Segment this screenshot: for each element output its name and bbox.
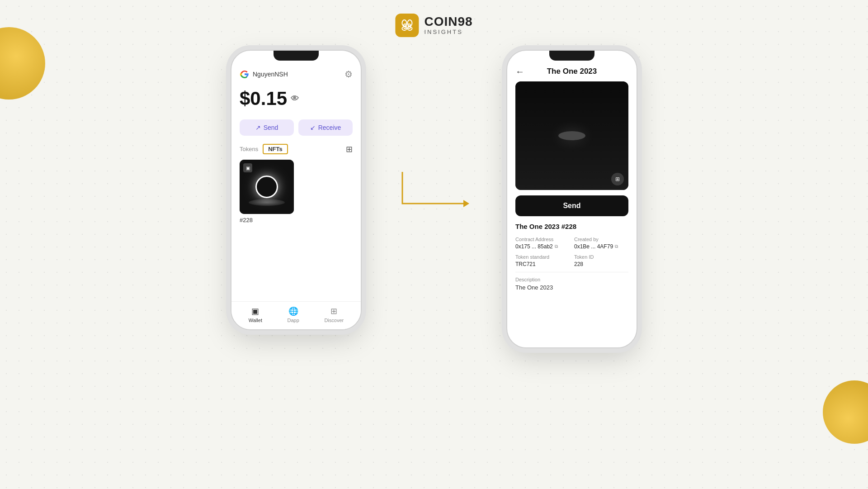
nft-send-button[interactable]: Send xyxy=(515,195,628,216)
phone-notch-1 xyxy=(274,51,319,61)
description-label: Description xyxy=(515,277,628,282)
arrow-area xyxy=(398,50,470,330)
nft-badge: ▣ xyxy=(243,163,252,172)
eye-icon[interactable]: 👁 xyxy=(291,94,299,104)
token-id-value: 228 xyxy=(574,261,628,267)
phone1-header: NguyenNSH ⚙ xyxy=(240,69,353,80)
nft-grid: ▣ #228 xyxy=(240,160,353,223)
receive-arrow-icon: ↙ xyxy=(310,124,316,131)
send-button[interactable]: ↗ Send xyxy=(240,119,294,136)
send-arrow-icon: ↗ xyxy=(255,124,261,131)
page-container: 98 COIN98 INSIGHTS xyxy=(0,0,868,489)
logo-coin98: COIN98 xyxy=(424,15,472,29)
settings-icon[interactable]: ⚙ xyxy=(344,69,353,80)
nav-discover[interactable]: ⊞ Discover xyxy=(324,306,344,323)
copy-creator-icon[interactable]: ⧉ xyxy=(615,244,618,249)
user-name: NguyenNSH xyxy=(253,71,288,78)
token-standard-label: Token standard xyxy=(515,254,570,260)
back-button[interactable]: ← xyxy=(515,66,524,77)
nft-orb xyxy=(255,176,278,198)
balance-display: $0.15 👁 xyxy=(240,88,353,109)
action-buttons: ↗ Send ↙ Receive xyxy=(240,119,353,136)
created-by-item: Created by 0x1Be ... 4AF79 ⧉ xyxy=(574,237,628,250)
divider xyxy=(515,272,628,272)
google-icon xyxy=(240,69,250,79)
phone-notch-2 xyxy=(549,51,594,61)
nft-item: ▣ #228 xyxy=(240,160,294,223)
balance-value: $0.15 xyxy=(240,88,287,109)
svg-marker-7 xyxy=(463,200,469,207)
created-by-value: 0x1Be ... 4AF79 ⧉ xyxy=(574,243,628,250)
header: 98 COIN98 INSIGHTS xyxy=(395,14,472,37)
description-text: The One 2023 xyxy=(515,284,628,291)
nav-wallet[interactable]: ▣ Wallet xyxy=(249,306,262,323)
grid-view-icon[interactable]: ⊞ xyxy=(346,144,353,154)
created-by-label: Created by xyxy=(574,237,628,242)
contract-address-label: Contract Address xyxy=(515,237,570,242)
detail-grid: Contract Address 0x175 ... 85ab2 ⧉ Creat… xyxy=(515,237,628,267)
nav-discover-label: Discover xyxy=(324,318,344,323)
send-label: Send xyxy=(264,124,278,131)
deco-circle-right xyxy=(823,380,868,444)
contract-address-item: Contract Address 0x175 ... 85ab2 ⧉ xyxy=(515,237,570,250)
nft-card-228[interactable]: ▣ xyxy=(240,160,294,214)
phone-2-content: ← The One 2023 ⊞ Send The One 2023 #228 … xyxy=(507,51,637,347)
tab-tokens[interactable]: Tokens xyxy=(240,146,258,152)
nft-number: #228 xyxy=(240,217,294,223)
receive-label: Receive xyxy=(318,124,341,131)
nft-detail-orb xyxy=(558,131,585,140)
nft-detail-title: The One 2023 #228 xyxy=(515,223,628,230)
receive-button[interactable]: ↙ Receive xyxy=(298,119,353,136)
phones-area: NguyenNSH ⚙ $0.15 👁 ↗ Send ↙ xyxy=(231,50,637,348)
page-title: The One 2023 xyxy=(547,67,597,76)
nav-dapp[interactable]: 🌐 Dapp xyxy=(288,306,299,323)
dapp-icon: 🌐 xyxy=(288,306,298,316)
token-standard-item: Token standard TRC721 xyxy=(515,254,570,267)
contract-address-value: 0x175 ... 85ab2 ⧉ xyxy=(515,243,570,250)
token-id-item: Token ID 228 xyxy=(574,254,628,267)
arrow-connector xyxy=(398,163,470,217)
logo-icon: 98 xyxy=(395,14,419,37)
discover-icon: ⊞ xyxy=(330,306,337,316)
token-standard-value: TRC721 xyxy=(515,261,570,267)
phone-2: ← The One 2023 ⊞ Send The One 2023 #228 … xyxy=(506,50,637,348)
copy-contract-icon[interactable]: ⧉ xyxy=(555,244,558,249)
tabs-row: Tokens NFTs ⊞ xyxy=(240,144,353,154)
nft-image: ▣ xyxy=(240,160,294,214)
wallet-icon: ▣ xyxy=(251,306,259,316)
deco-circle-left xyxy=(0,27,45,100)
google-avatar: NguyenNSH xyxy=(240,69,288,79)
logo-insights: INSIGHTS xyxy=(424,29,472,35)
phone2-header: ← The One 2023 xyxy=(515,67,628,76)
phone-1-content: NguyenNSH ⚙ $0.15 👁 ↗ Send ↙ xyxy=(231,51,361,329)
nft-detail-image: ⊞ xyxy=(515,81,628,190)
nav-dapp-label: Dapp xyxy=(288,318,299,323)
logo-text: COIN98 INSIGHTS xyxy=(424,15,472,35)
nav-wallet-label: Wallet xyxy=(249,318,262,323)
fullscreen-button[interactable]: ⊞ xyxy=(611,173,624,185)
phone-1: NguyenNSH ⚙ $0.15 👁 ↗ Send ↙ xyxy=(231,50,362,330)
token-id-label: Token ID xyxy=(574,254,628,260)
tab-nfts[interactable]: NFTs xyxy=(263,144,288,154)
description-section: Description The One 2023 xyxy=(515,277,628,291)
bottom-nav: ▣ Wallet 🌐 Dapp ⊞ Discover xyxy=(231,301,361,329)
